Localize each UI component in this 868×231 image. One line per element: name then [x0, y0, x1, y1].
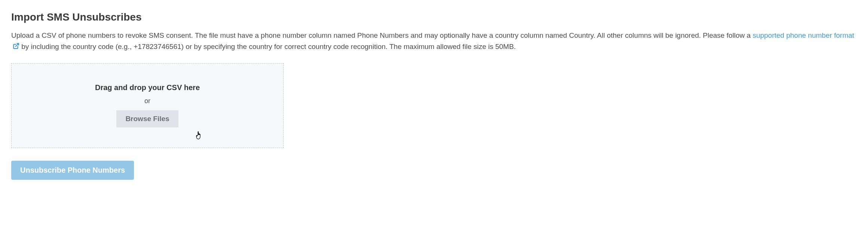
description-part2: by including the country code (e.g., +17…	[19, 43, 516, 50]
dropzone-title: Drag and drop your CSV here	[95, 83, 200, 92]
page-title: Import SMS Unsubscribes	[11, 11, 861, 23]
cursor-pointer-icon	[194, 130, 202, 142]
external-link-icon	[13, 41, 19, 53]
link-text: supported phone number format	[753, 31, 854, 39]
dropzone-or-text: or	[144, 97, 150, 105]
description-text: Upload a CSV of phone numbers to revoke …	[11, 30, 857, 53]
unsubscribe-phone-numbers-button[interactable]: Unsubscribe Phone Numbers	[11, 161, 134, 180]
browse-files-button[interactable]: Browse Files	[116, 110, 178, 127]
description-part1: Upload a CSV of phone numbers to revoke …	[11, 31, 753, 39]
csv-dropzone[interactable]: Drag and drop your CSV here or Browse Fi…	[11, 63, 284, 148]
